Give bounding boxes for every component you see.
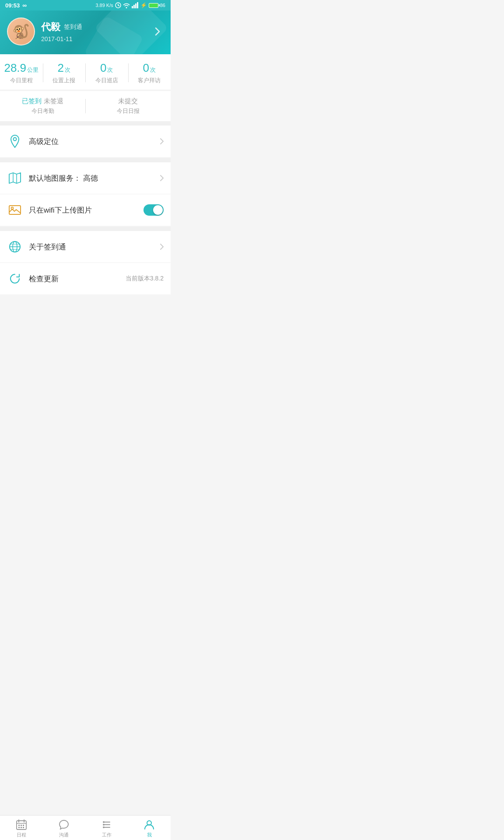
menu-update-right: 当前版本3.8.2 — [126, 275, 164, 283]
menu-wifi-right[interactable] — [144, 204, 164, 216]
wifi-upload-toggle[interactable] — [144, 204, 164, 216]
signal-icon — [132, 2, 139, 8]
divider-2 — [0, 158, 171, 162]
user-info: 代毅 签到通 2017-01-11 — [35, 21, 151, 42]
map-icon — [7, 170, 23, 186]
stat-store-visits: 0 次 今日巡店 — [85, 61, 128, 84]
chevron-right-icon — [160, 175, 164, 181]
menu-update-text: 检查更新 — [29, 274, 126, 284]
stat-distance-value: 28.9 — [4, 61, 26, 75]
stat-distance-unit: 公里 — [27, 66, 38, 74]
menu-section-2: 默认地图服务： 高德 只在wifi下上传图片 — [0, 162, 171, 226]
image-icon — [7, 202, 23, 218]
attend-report: 未提交 今日日报 — [85, 97, 171, 115]
menu-section-1: 高级定位 — [0, 126, 171, 157]
stat-client-label: 客户拜访 — [128, 77, 171, 84]
status-loop-icon: ∞ — [22, 2, 27, 9]
stat-distance-label: 今日里程 — [0, 77, 43, 84]
menu-map-text: 默认地图服务： 高德 — [29, 173, 160, 183]
battery-icon — [149, 3, 158, 8]
user-date: 2017-01-11 — [41, 35, 151, 42]
svg-point-7 — [14, 138, 17, 141]
svg-rect-6 — [137, 2, 138, 8]
stat-reports-label: 位置上报 — [43, 77, 86, 84]
stat-distance: 28.9 公里 今日里程 — [0, 61, 43, 84]
status-left: 09:53 ∞ — [5, 2, 27, 9]
status-right: 3.89 K/s ⚡ 86 — [95, 2, 165, 8]
stat-store-unit: 次 — [107, 66, 113, 74]
attend-label: 今日考勤 — [0, 107, 85, 115]
stat-reports: 2 次 位置上报 — [43, 61, 86, 84]
location-icon — [7, 133, 23, 149]
globe-icon — [7, 239, 23, 255]
menu-item-about[interactable]: 关于签到通 — [0, 231, 171, 263]
stat-store-value: 0 — [100, 61, 106, 75]
signed-out-status: 未签退 — [44, 97, 63, 105]
svg-rect-5 — [135, 4, 136, 8]
stat-client-visits: 0 次 客户拜访 — [128, 61, 171, 84]
menu-item-wifi-upload[interactable]: 只在wifi下上传图片 — [0, 194, 171, 226]
svg-rect-4 — [133, 5, 135, 8]
menu-about-right — [160, 244, 164, 250]
stat-client-unit: 次 — [150, 66, 156, 74]
status-bar: 09:53 ∞ 3.89 K/s ⚡ 86 — [0, 0, 171, 10]
signed-in-status: 已签到 — [22, 97, 42, 105]
menu-section-3: 关于签到通 检查更新 当前版本3.8.2 — [0, 231, 171, 294]
avatar-image: 🐒 — [12, 23, 30, 40]
profile-header[interactable]: 🐒 代毅 签到通 2017-01-11 — [0, 10, 171, 54]
battery-level: 86 — [160, 3, 165, 8]
report-label: 今日日报 — [85, 107, 171, 115]
menu-item-update[interactable]: 检查更新 当前版本3.8.2 — [0, 263, 171, 294]
report-status: 未提交 — [85, 97, 171, 105]
status-speed: 3.89 K/s — [95, 3, 113, 8]
stat-client-value: 0 — [143, 61, 149, 75]
stat-reports-unit: 次 — [65, 66, 70, 74]
status-time: 09:53 — [5, 2, 20, 9]
menu-item-location[interactable]: 高级定位 — [0, 126, 171, 157]
stat-reports-value: 2 — [58, 61, 64, 75]
menu-about-text: 关于签到通 — [29, 242, 160, 252]
svg-line-2 — [118, 5, 119, 6]
refresh-icon — [7, 271, 23, 287]
version-text: 当前版本3.8.2 — [126, 275, 164, 283]
user-name: 代毅 — [41, 21, 60, 34]
stats-section: 28.9 公里 今日里程 2 次 位置上报 0 次 今日巡店 0 次 — [0, 54, 171, 90]
svg-rect-3 — [132, 6, 133, 8]
clock-icon — [115, 2, 121, 8]
divider-1 — [0, 121, 171, 126]
menu-map-right — [160, 175, 164, 181]
menu-item-map[interactable]: 默认地图服务： 高德 — [0, 162, 171, 194]
menu-location-right — [160, 138, 164, 144]
profile-arrow[interactable] — [151, 24, 164, 39]
divider-3 — [0, 227, 171, 231]
stat-store-label: 今日巡店 — [85, 77, 128, 84]
avatar: 🐒 — [7, 18, 35, 46]
attend-checkin: 已签到 未签退 今日考勤 — [0, 97, 85, 115]
chevron-right-icon — [160, 138, 164, 144]
wifi-icon — [123, 2, 130, 8]
chevron-right-icon — [160, 244, 164, 250]
user-tag: 签到通 — [64, 23, 82, 31]
menu-wifi-text: 只在wifi下上传图片 — [29, 205, 144, 215]
menu-location-text: 高级定位 — [29, 136, 160, 147]
charging-icon: ⚡ — [140, 2, 147, 8]
attendance-section: 已签到 未签退 今日考勤 未提交 今日日报 — [0, 91, 171, 121]
